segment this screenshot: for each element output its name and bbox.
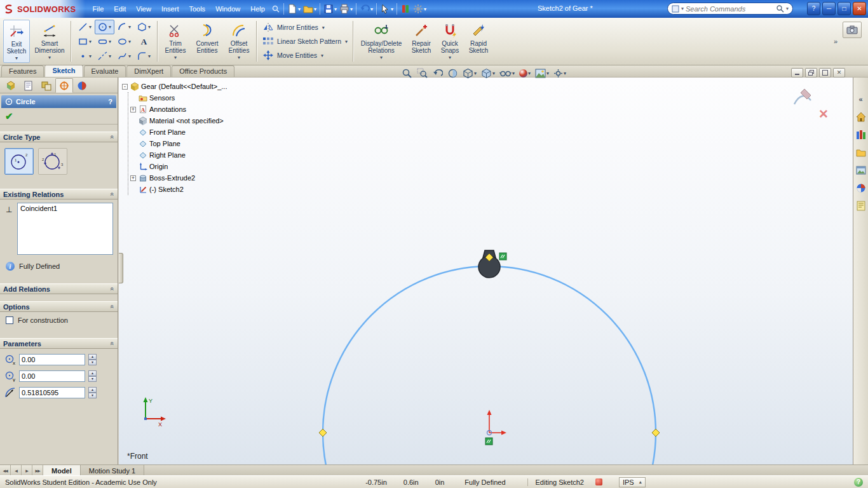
repair-sketch-button[interactable]: Repair Sketch <box>407 20 435 63</box>
tree-item-label[interactable]: Annotations <box>149 105 186 113</box>
dropdown-icon[interactable]: ▾ <box>109 24 111 30</box>
solidworks-resources-button[interactable] <box>855 111 867 123</box>
center-circle-button[interactable]: 12 <box>4 148 34 175</box>
quick-snaps-button[interactable]: Quick Snaps ▾ <box>437 20 463 63</box>
last-tab-button[interactable]: ▶▶ <box>32 465 43 475</box>
property-manager-help-icon[interactable]: ? <box>108 98 112 105</box>
appearances-scenes-button[interactable] <box>855 182 867 194</box>
tree-item-boss-extrude[interactable]: + Boss-Extrude2 <box>130 172 227 184</box>
radius-spinner[interactable]: ▴▾ <box>88 387 97 398</box>
center-y-input[interactable] <box>19 370 85 382</box>
slot-tool-button[interactable]: ▾ <box>95 34 114 49</box>
relation-item[interactable]: Coincident1 <box>20 205 110 212</box>
display-style-button[interactable]: ▾ <box>480 67 496 80</box>
tab-features[interactable]: Features <box>1 65 44 77</box>
collapse-chevron-icon[interactable]: « <box>109 287 116 291</box>
collapse-chevron-icon[interactable]: « <box>109 193 116 196</box>
tree-item-label[interactable]: (-) Sketch2 <box>149 186 184 193</box>
search-box[interactable]: ▾ ▾ <box>667 3 793 15</box>
tree-item-sketch2[interactable]: (-) Sketch2 <box>130 184 227 195</box>
feature-manager-tab[interactable] <box>2 78 20 93</box>
tab-sketch[interactable]: Sketch <box>44 65 83 77</box>
spin-down-icon[interactable]: ▾ <box>88 360 97 365</box>
ellipse-tool-button[interactable]: ▾ <box>114 34 134 49</box>
dropdown-icon[interactable]: ▾ <box>89 53 92 59</box>
rebuild-button[interactable] <box>399 2 412 16</box>
edit-appearance-button[interactable]: ▾ <box>518 67 532 80</box>
doc-minimize-button[interactable] <box>791 68 803 78</box>
circle-type-section-header[interactable]: Circle Type « <box>0 132 118 142</box>
menu-window[interactable]: Window <box>210 3 245 15</box>
open-button[interactable]: ▾ <box>302 2 318 16</box>
confirmation-corner-exit-sketch-button[interactable] <box>792 88 813 107</box>
close-button[interactable]: ✕ <box>853 2 866 15</box>
dropdown-icon[interactable]: ▾ <box>109 39 111 44</box>
print-button[interactable]: ▾ <box>338 2 354 16</box>
zoom-to-fit-button[interactable] <box>400 67 414 80</box>
collapse-chevron-icon[interactable]: « <box>109 305 116 309</box>
spin-down-icon[interactable]: ▾ <box>88 376 97 382</box>
tab-dimxpert[interactable]: DimXpert <box>126 65 171 77</box>
dropdown-icon[interactable]: ▾ <box>15 55 18 61</box>
dropdown-icon[interactable]: ▾ <box>528 71 531 76</box>
spin-up-icon[interactable]: ▴ <box>88 387 97 393</box>
dropdown-icon[interactable]: ▾ <box>322 25 325 30</box>
dropdown-icon[interactable]: ▾ <box>350 6 353 12</box>
dropdown-icon[interactable]: ▾ <box>492 71 495 76</box>
help-button[interactable]: ? <box>807 2 820 15</box>
select-button[interactable]: ▾ <box>379 2 395 16</box>
perimeter-circle-button[interactable]: 123 <box>38 148 67 175</box>
ok-check-button[interactable]: ✔ <box>5 111 13 122</box>
trim-entities-button[interactable]: Trim Entities ▾ <box>161 20 190 63</box>
dropdown-icon[interactable]: ▾ <box>148 24 151 30</box>
search-input[interactable] <box>686 5 774 13</box>
tree-item-front-plane[interactable]: Front Plane <box>130 126 227 138</box>
spin-up-icon[interactable]: ▴ <box>88 354 97 360</box>
tree-item-label[interactable]: Front Plane <box>149 128 186 136</box>
line-tool-button[interactable]: ▾ <box>75 20 95 34</box>
coincident-relation-badges[interactable] <box>485 253 506 445</box>
tree-item-origin[interactable]: Origin <box>130 161 227 172</box>
dropdown-icon[interactable]: ▾ <box>128 53 131 59</box>
center-x-input[interactable] <box>19 354 85 365</box>
undo-button[interactable]: ▾ <box>358 2 374 16</box>
doc-restore-button[interactable] <box>805 68 817 78</box>
tree-item-label[interactable]: Origin <box>149 163 168 170</box>
tree-item-label[interactable]: Material <not specified> <box>149 117 224 125</box>
text-tool-button[interactable]: A <box>134 34 154 49</box>
dropdown-icon[interactable]: ▾ <box>174 55 177 60</box>
custom-properties-button[interactable] <box>855 200 867 212</box>
convert-entities-button[interactable]: Convert Entities <box>191 20 223 63</box>
search-dropdown-icon[interactable]: ▾ <box>786 6 789 11</box>
dropdown-icon[interactable]: ▾ <box>109 53 111 59</box>
dropdown-icon[interactable]: ▾ <box>334 6 337 12</box>
menu-edit[interactable]: Edit <box>109 3 131 15</box>
move-entities-button[interactable]: Move Entities ▾ <box>261 49 349 62</box>
center-y-spinner[interactable]: ▴▾ <box>88 370 97 382</box>
dropdown-icon[interactable]: ▾ <box>424 6 426 12</box>
dropdown-icon[interactable]: ▾ <box>314 6 316 12</box>
tree-expand-box[interactable]: + <box>130 175 136 181</box>
doc-close-button[interactable]: ✕ <box>833 68 845 78</box>
new-document-button[interactable]: ▾ <box>286 2 302 16</box>
tree-collapse-box[interactable]: - <box>122 84 128 90</box>
relations-listbox[interactable]: Coincident1 <box>17 203 113 255</box>
panel-splitter-handle[interactable] <box>119 253 123 283</box>
dropdown-icon[interactable]: ▾ <box>546 71 549 76</box>
sketch-fillet-tool-button[interactable]: ▾ <box>134 49 154 64</box>
tree-item-label[interactable]: Boss-Extrude2 <box>149 174 195 182</box>
save-button[interactable]: ▾ <box>322 2 338 16</box>
search-scope-dropdown-icon[interactable]: ▾ <box>681 6 684 11</box>
center-x-spinner[interactable]: ▴▾ <box>88 354 97 365</box>
dropdown-icon[interactable]: ▾ <box>321 53 323 58</box>
for-construction-checkbox[interactable] <box>6 316 13 324</box>
dropdown-icon[interactable]: ▾ <box>380 55 383 60</box>
tab-office-products[interactable]: Office Products <box>172 65 234 77</box>
tree-item-material[interactable]: Material <not specified> <box>130 115 227 126</box>
dropdown-icon[interactable]: ▾ <box>89 39 92 44</box>
exit-sketch-button[interactable]: Exit Sketch ▾ <box>3 20 30 63</box>
options-button[interactable]: ▾ <box>412 2 428 16</box>
unit-system-expand-icon[interactable]: ▴ <box>639 479 642 485</box>
quick-tips-icon[interactable]: ? <box>854 478 863 487</box>
ribbon-overflow-chevron[interactable]: » <box>830 37 841 45</box>
